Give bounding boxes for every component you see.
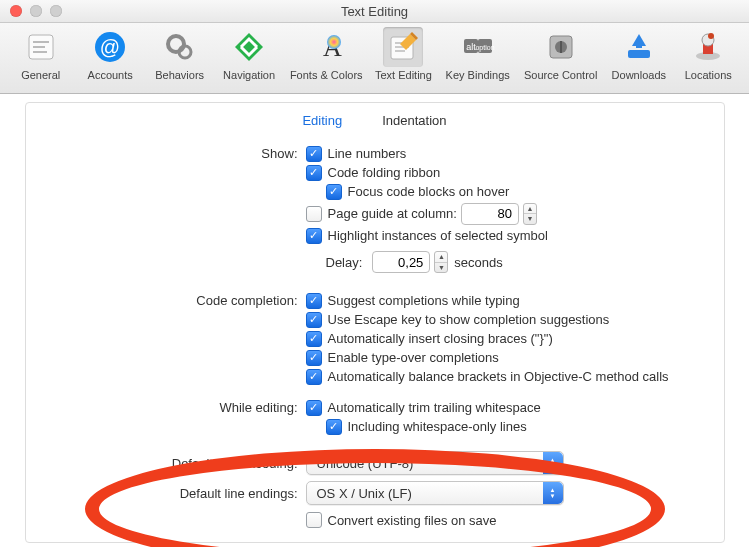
toolbar-label: Accounts bbox=[88, 69, 133, 81]
svg-rect-3 bbox=[33, 51, 47, 53]
tab-indentation[interactable]: Indentation bbox=[382, 113, 446, 128]
suggest-completions-label: Suggest completions while typing bbox=[328, 293, 520, 308]
page-guide-label: Page guide at column: bbox=[328, 206, 457, 221]
behaviors-gear-icon bbox=[160, 27, 200, 67]
svg-rect-2 bbox=[33, 46, 45, 48]
close-window-button[interactable] bbox=[10, 5, 22, 17]
highlight-symbol-checkbox[interactable] bbox=[306, 228, 322, 244]
default-line-endings-label: Default line endings: bbox=[26, 486, 306, 501]
window-title: Text Editing bbox=[0, 4, 749, 19]
escape-completions-label: Use Escape key to show completion sugges… bbox=[328, 312, 610, 327]
locations-icon bbox=[688, 27, 728, 67]
svg-text:option: option bbox=[475, 44, 494, 52]
focus-blocks-label: Focus code blocks on hover bbox=[348, 184, 510, 199]
key-bindings-icon: altoption bbox=[458, 27, 498, 67]
preferences-toolbar: General @ Accounts Behaviors Navigation … bbox=[0, 23, 749, 94]
code-folding-checkbox[interactable] bbox=[306, 165, 322, 181]
accounts-icon: @ bbox=[90, 27, 130, 67]
balance-brackets-label: Automatically balance brackets in Object… bbox=[328, 369, 669, 384]
content-area: Editing Indentation Show: Line numbers C… bbox=[0, 94, 749, 547]
svg-rect-23 bbox=[560, 41, 562, 53]
closing-braces-label: Automatically insert closing braces ("}"… bbox=[328, 331, 553, 346]
source-control-icon bbox=[541, 27, 581, 67]
default-encoding-label: Default text encoding: bbox=[26, 456, 306, 471]
toolbar-item-locations[interactable]: Locations bbox=[674, 25, 743, 81]
page-guide-column-input[interactable] bbox=[461, 203, 519, 225]
downloads-icon bbox=[619, 27, 659, 67]
toolbar-label: Navigation bbox=[223, 69, 275, 81]
suggest-completions-checkbox[interactable] bbox=[306, 293, 322, 309]
typeover-checkbox[interactable] bbox=[306, 350, 322, 366]
navigation-icon bbox=[229, 27, 269, 67]
toolbar-label: Source Control bbox=[524, 69, 597, 81]
default-encoding-value: Unicode (UTF-8) bbox=[317, 456, 414, 471]
zoom-window-button[interactable] bbox=[50, 5, 62, 17]
toolbar-label: General bbox=[21, 69, 60, 81]
typeover-label: Enable type-over completions bbox=[328, 350, 499, 365]
toolbar-label: Behaviors bbox=[155, 69, 204, 81]
svg-rect-1 bbox=[33, 41, 49, 43]
escape-completions-checkbox[interactable] bbox=[306, 312, 322, 328]
toolbar-item-general[interactable]: General bbox=[6, 25, 75, 81]
toolbar-label: Fonts & Colors bbox=[290, 69, 363, 81]
default-encoding-select[interactable]: Unicode (UTF-8) bbox=[306, 451, 564, 475]
svg-point-10 bbox=[327, 35, 341, 49]
code-folding-label: Code folding ribbon bbox=[328, 165, 441, 180]
show-label: Show: bbox=[26, 146, 306, 161]
svg-rect-26 bbox=[636, 42, 642, 48]
fonts-colors-icon: A bbox=[306, 27, 346, 67]
seconds-label: seconds bbox=[454, 255, 502, 270]
preferences-panel: Editing Indentation Show: Line numbers C… bbox=[25, 102, 725, 543]
toolbar-item-downloads[interactable]: Downloads bbox=[604, 25, 673, 81]
ws-only-lines-label: Including whitespace-only lines bbox=[348, 419, 527, 434]
ws-only-lines-checkbox[interactable] bbox=[326, 419, 342, 435]
tab-editing[interactable]: Editing bbox=[302, 113, 342, 128]
closing-braces-checkbox[interactable] bbox=[306, 331, 322, 347]
delay-label: Delay: bbox=[326, 255, 363, 270]
minimize-window-button[interactable] bbox=[30, 5, 42, 17]
text-editing-icon bbox=[383, 27, 423, 67]
balance-brackets-checkbox[interactable] bbox=[306, 369, 322, 385]
focus-blocks-checkbox[interactable] bbox=[326, 184, 342, 200]
svg-point-6 bbox=[168, 36, 184, 52]
default-line-endings-select[interactable]: OS X / Unix (LF) bbox=[306, 481, 564, 505]
svg-rect-24 bbox=[628, 50, 650, 58]
convert-files-checkbox[interactable] bbox=[306, 512, 322, 528]
toolbar-item-fonts-colors[interactable]: A Fonts & Colors bbox=[284, 25, 369, 81]
highlight-symbol-label: Highlight instances of selected symbol bbox=[328, 228, 548, 243]
default-line-endings-value: OS X / Unix (LF) bbox=[317, 486, 412, 501]
select-arrows-icon bbox=[543, 452, 563, 474]
toolbar-item-navigation[interactable]: Navigation bbox=[214, 25, 283, 81]
delay-stepper[interactable]: ▲▼ bbox=[434, 251, 448, 273]
while-editing-label: While editing: bbox=[26, 400, 306, 415]
svg-text:@: @ bbox=[100, 36, 120, 58]
line-numbers-label: Line numbers bbox=[328, 146, 407, 161]
toolbar-item-behaviors[interactable]: Behaviors bbox=[145, 25, 214, 81]
svg-point-30 bbox=[708, 33, 714, 39]
toolbar-item-text-editing[interactable]: Text Editing bbox=[369, 25, 438, 81]
page-guide-checkbox[interactable] bbox=[306, 206, 322, 222]
trim-whitespace-label: Automatically trim trailing whitespace bbox=[328, 400, 541, 415]
code-completion-label: Code completion: bbox=[26, 293, 306, 308]
toolbar-item-source-control[interactable]: Source Control bbox=[517, 25, 604, 81]
editing-form: Show: Line numbers Code folding ribbon F… bbox=[26, 144, 724, 530]
toolbar-label: Downloads bbox=[612, 69, 666, 81]
toolbar-item-key-bindings[interactable]: altoption Key Bindings bbox=[438, 25, 517, 81]
subtab-bar: Editing Indentation bbox=[26, 103, 724, 144]
delay-input[interactable] bbox=[372, 251, 430, 273]
toolbar-label: Text Editing bbox=[375, 69, 432, 81]
general-icon bbox=[21, 27, 61, 67]
convert-files-label: Convert existing files on save bbox=[328, 513, 497, 528]
page-guide-stepper[interactable]: ▲▼ bbox=[523, 203, 537, 225]
toolbar-label: Locations bbox=[685, 69, 732, 81]
toolbar-item-accounts[interactable]: @ Accounts bbox=[75, 25, 144, 81]
trim-whitespace-checkbox[interactable] bbox=[306, 400, 322, 416]
toolbar-label: Key Bindings bbox=[446, 69, 510, 81]
line-numbers-checkbox[interactable] bbox=[306, 146, 322, 162]
select-arrows-icon bbox=[543, 482, 563, 504]
window-titlebar: Text Editing bbox=[0, 0, 749, 23]
